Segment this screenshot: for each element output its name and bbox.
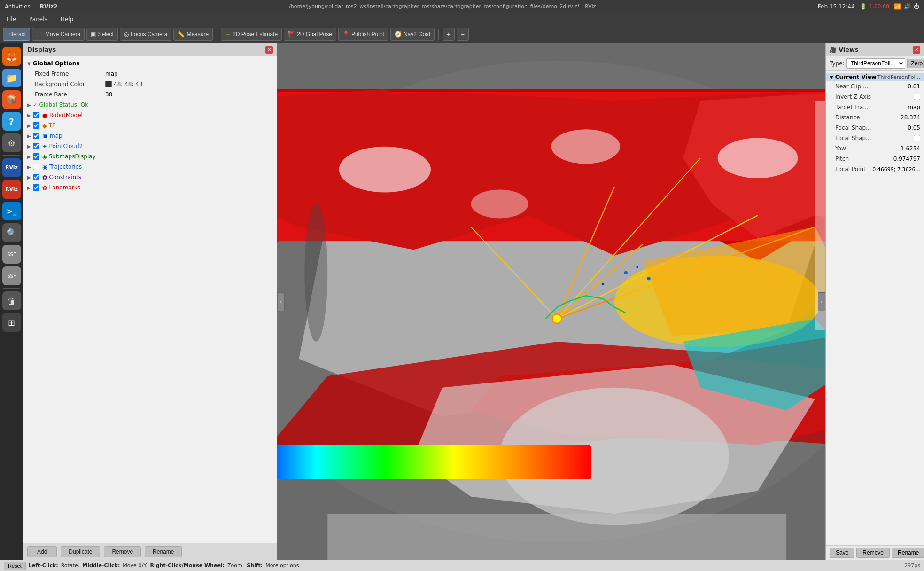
displays-close-button[interactable]: ✕	[265, 46, 273, 54]
distance-key: Distance	[835, 114, 901, 121]
fixed-frame-value[interactable]: map	[105, 70, 118, 77]
views-zero-button[interactable]: Zero	[907, 59, 924, 68]
global-status-label: ✓ Global Status: Ok	[33, 102, 88, 108]
tf-checkbox[interactable]	[33, 122, 39, 129]
sidebar-icon-rviz1[interactable]: RViz	[2, 158, 21, 177]
views-close-button[interactable]: ✕	[913, 46, 920, 54]
focal-shape1-value[interactable]: 0.05	[908, 125, 920, 131]
remove-display-button[interactable]: Remove	[104, 546, 141, 557]
focal-point-value[interactable]: -0.46699; 7.3626...	[870, 166, 920, 172]
svg-point-33	[304, 204, 327, 342]
menu-file[interactable]: File	[4, 15, 19, 23]
pitch-value[interactable]: 0.974797	[893, 156, 920, 162]
view-row: Focal Shap...	[826, 133, 924, 143]
sidebar-icon-vscode[interactable]: >_	[2, 202, 21, 220]
frame-rate-value[interactable]: 30	[105, 91, 112, 98]
svg-point-11	[471, 189, 528, 218]
list-item[interactable]: ▶ ✦ PointCloud2	[23, 141, 277, 151]
list-item[interactable]: ▶ ◉ Trajectories	[23, 162, 277, 172]
select-button[interactable]: ▣ Select	[86, 28, 117, 41]
views-rename-button[interactable]: Rename	[892, 548, 924, 558]
rename-display-button[interactable]: Rename	[145, 546, 182, 557]
nav2-goal-button[interactable]: 🧭 Nav2 Goal	[390, 28, 435, 41]
duplicate-display-button[interactable]: Duplicate	[61, 546, 100, 557]
views-type-select[interactable]: ThirdPersonFoll...	[846, 58, 905, 69]
trajectories-icon: ◉	[42, 164, 47, 171]
views-content: ▼ Current View ThirdPersonFol... Near Cl…	[826, 71, 924, 545]
sidebar-icon-ssf2[interactable]: SSF	[2, 266, 21, 285]
list-item[interactable]: ▶ ◆ TF	[23, 120, 277, 131]
add-panel-button[interactable]: +	[443, 28, 455, 41]
status-right-click-label: Right-Click/Mouse Wheel:	[150, 563, 225, 569]
global-status-row[interactable]: ▶ ✓ Global Status: Ok	[23, 100, 277, 110]
current-view-header[interactable]: ▼ Current View ThirdPersonFol...	[826, 73, 924, 81]
viewport[interactable]: ‹ ›	[277, 43, 825, 560]
yaw-value[interactable]: 1.6254	[901, 145, 920, 152]
interact-button[interactable]: Interact	[3, 28, 30, 41]
views-save-button[interactable]: Save	[830, 548, 854, 558]
sidebar-icon-settings[interactable]: ⚙	[2, 133, 21, 152]
sidebar-icon-search[interactable]: 🔍	[2, 223, 21, 242]
map-checkbox[interactable]	[33, 133, 39, 139]
sidebar-icon-software[interactable]: 📦	[2, 90, 21, 109]
svg-point-27	[636, 266, 638, 268]
list-item[interactable]: ▶ ◈ SubmapsDisplay	[23, 151, 277, 162]
remove-panel-button[interactable]: −	[457, 28, 469, 41]
view-row: Near Clip ... 0.01	[826, 81, 924, 92]
sidebar-icon-rviz2[interactable]: RViz	[2, 180, 21, 199]
map-icon: ▣	[42, 133, 48, 140]
list-item[interactable]: ▶ ✿ Landmarks	[23, 182, 277, 193]
target-frame-key: Target Fra...	[835, 104, 908, 110]
nav2-goal-label: Nav2 Goal	[404, 31, 430, 38]
viewport-canvas	[277, 43, 825, 560]
robotmodel-checkbox[interactable]	[33, 112, 39, 118]
target-frame-value[interactable]: map	[908, 104, 920, 110]
sidebar-icon-ssf1[interactable]: SSF	[2, 245, 21, 264]
add-display-button[interactable]: Add	[27, 546, 57, 557]
menu-help[interactable]: Help	[58, 15, 76, 23]
status-middle-click-action: Move X/Y.	[123, 563, 147, 569]
displays-buttons: Add Duplicate Remove Rename	[23, 543, 277, 560]
constraints-checkbox[interactable]	[33, 174, 39, 180]
move-camera-button[interactable]: 🎥 Move Camera	[32, 28, 85, 41]
list-item[interactable]: ▶ ▣ map	[23, 131, 277, 141]
pointcloud2-checkbox[interactable]	[33, 143, 39, 149]
sound-icon: 🔊	[904, 3, 911, 10]
publish-point-button[interactable]: 📍 Publish Point	[338, 28, 388, 41]
goal-pose-button[interactable]: 🚩 2D Goal Pose	[284, 28, 336, 41]
camera-icon: 🎥	[36, 31, 43, 38]
distance-value[interactable]: 28.374	[901, 114, 920, 121]
sidebar-icon-firefox[interactable]: 🦊	[2, 47, 21, 66]
trajectories-checkbox[interactable]	[33, 164, 39, 170]
sidebar-icon-help[interactable]: ?	[2, 112, 21, 131]
list-item[interactable]: ▶ ● RobotModel	[23, 110, 277, 120]
invert-z-checkbox[interactable]	[914, 94, 920, 100]
status-fps: 297ps	[904, 563, 920, 569]
global-options-row[interactable]: ▼ Global Options	[23, 58, 277, 69]
viewport-collapse-right[interactable]: ›	[818, 292, 825, 311]
robotmodel-expand: ▶	[27, 113, 31, 118]
submaps-checkbox[interactable]	[33, 153, 39, 160]
view-row: Focal Point -0.46699; 7.3626...	[826, 164, 924, 174]
sidebar-icon-grid[interactable]: ⊞	[2, 313, 21, 332]
measure-button[interactable]: 📏 Measure	[173, 28, 213, 41]
views-type-label: Type:	[830, 60, 845, 67]
reset-button[interactable]: Reset	[4, 562, 26, 570]
focus-camera-button[interactable]: ◎ Focus Camera	[120, 28, 172, 41]
list-item[interactable]: ▶ ✿ Constraints	[23, 172, 277, 182]
current-view-type: ThirdPersonFol...	[877, 74, 920, 80]
views-remove-button[interactable]: Remove	[856, 548, 890, 558]
landmarks-checkbox[interactable]	[33, 184, 39, 191]
near-clip-value[interactable]: 0.01	[908, 83, 920, 90]
sidebar-icon-files[interactable]: 📁	[2, 69, 21, 87]
color-swatch[interactable]	[105, 81, 112, 87]
menu-panels[interactable]: Panels	[26, 15, 50, 23]
activities-label[interactable]: Activities	[5, 3, 31, 10]
pointcloud2-expand: ▶	[27, 144, 31, 149]
view-row: Pitch 0.974797	[826, 154, 924, 164]
focal-shape2-checkbox[interactable]	[914, 135, 920, 141]
pose-estimate-button[interactable]: → 2D Pose Estimate	[221, 28, 282, 41]
sidebar-icon-trash[interactable]: 🗑	[2, 291, 21, 310]
viewport-collapse-left[interactable]: ‹	[277, 292, 285, 311]
frame-rate-key: Frame Rate	[35, 91, 105, 98]
